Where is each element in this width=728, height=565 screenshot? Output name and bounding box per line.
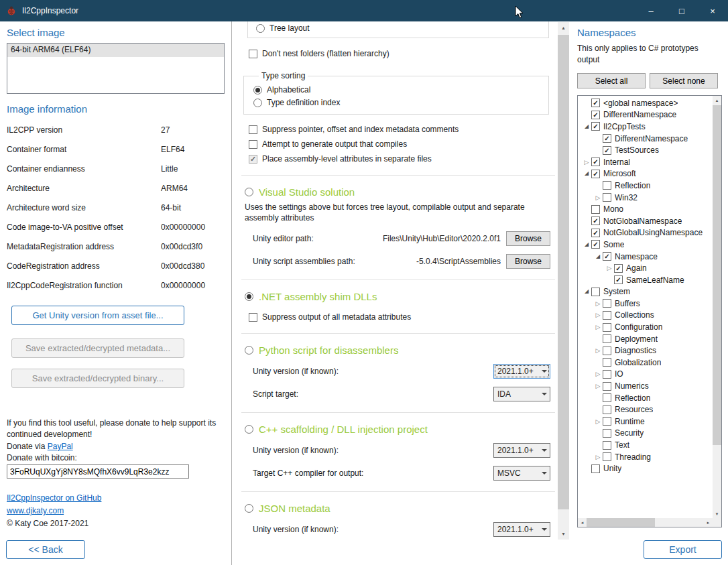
namespace-checkbox[interactable]: [603, 193, 611, 202]
export-button[interactable]: Export: [644, 540, 722, 559]
tree-item[interactable]: ▷ Threading: [578, 451, 713, 463]
suppress-comments-checkbox[interactable]: Suppress pointer, offset and index metad…: [249, 124, 558, 135]
image-list-item[interactable]: 64-bit ARM64 (ELF64): [7, 44, 224, 57]
expander-expanded-icon[interactable]: ◢: [582, 122, 591, 131]
maximize-button[interactable]: □: [666, 0, 697, 21]
expander-collapsed-icon[interactable]: ▷: [593, 381, 603, 391]
expander-collapsed-icon[interactable]: ▷: [593, 417, 603, 426]
tree-item[interactable]: ▷ Buffers: [578, 298, 713, 310]
python-script-radio[interactable]: Python script for disassemblers: [245, 344, 558, 356]
namespace-checkbox[interactable]: ✓: [603, 146, 611, 155]
expander-collapsed-icon[interactable]: ▷: [593, 452, 603, 462]
expander-collapsed-icon[interactable]: ▷: [593, 322, 603, 332]
namespace-checkbox[interactable]: [603, 417, 611, 426]
scrollbar-track[interactable]: [713, 105, 721, 509]
tree-item[interactable]: ◢ ✓ Some: [578, 239, 713, 251]
scrollbar-track[interactable]: [558, 34, 569, 528]
namespace-checkbox[interactable]: ✓: [614, 264, 623, 273]
vs-solution-radio[interactable]: Visual Studio solution: [245, 186, 558, 198]
namespace-checkbox[interactable]: [603, 441, 611, 450]
namespace-checkbox[interactable]: [603, 323, 611, 332]
namespace-checkbox[interactable]: [603, 181, 611, 190]
bitcoin-address-input[interactable]: [7, 464, 189, 479]
namespace-checkbox[interactable]: [603, 429, 611, 438]
namespace-checkbox[interactable]: ✓: [591, 99, 600, 107]
tree-item[interactable]: Resources: [578, 403, 713, 416]
namespace-checkbox[interactable]: [603, 370, 611, 379]
namespace-checkbox[interactable]: [603, 347, 611, 355]
expander-expanded-icon[interactable]: ◢: [593, 252, 603, 261]
tree-item[interactable]: ▷ IO: [578, 369, 713, 381]
tree-item[interactable]: ✓ TestSources: [578, 144, 713, 156]
paypal-link[interactable]: PayPal: [48, 442, 73, 451]
tree-item[interactable]: ✓ NotGlobalUsingNamespace: [578, 227, 713, 239]
tree-item[interactable]: Reflection: [578, 392, 713, 404]
expander-collapsed-icon[interactable]: ▷: [582, 158, 591, 167]
namespace-checkbox[interactable]: ✓: [591, 170, 600, 178]
tree-horizontal-scrollbar[interactable]: ◄ ►: [578, 518, 713, 527]
select-all-button[interactable]: Select all: [577, 73, 646, 88]
tree-item[interactable]: ▷ Win32: [578, 192, 713, 204]
namespace-checkbox[interactable]: [603, 452, 611, 461]
expander-expanded-icon[interactable]: ◢: [582, 240, 591, 249]
tree-item[interactable]: ◢ ✓ Namespace: [578, 251, 713, 263]
github-link[interactable]: Il2CppInspector on GitHub: [7, 493, 101, 503]
tree-vertical-scrollbar[interactable]: ▲ ▼: [713, 96, 721, 518]
script-assemblies-path-value[interactable]: -5.0.4\ScriptAssemblies: [355, 257, 501, 266]
tree-item[interactable]: ◢ ✓ Il2CppTests: [578, 121, 713, 133]
namespace-checkbox[interactable]: ✓: [591, 111, 600, 119]
scrollbar-track[interactable]: [587, 518, 704, 527]
tree-layout-radio[interactable]: Tree layout: [256, 23, 548, 34]
namespace-checkbox[interactable]: [603, 334, 611, 343]
tree-item[interactable]: ✓ DifferentNamespace: [578, 133, 713, 145]
attempt-compile-checkbox[interactable]: Attempt to generate output that compiles: [249, 139, 558, 149]
tree-item[interactable]: ✓ SameLeafName: [578, 274, 713, 286]
minimize-button[interactable]: –: [635, 0, 666, 21]
scroll-right-icon[interactable]: ►: [704, 518, 713, 527]
namespace-checkbox[interactable]: [603, 393, 611, 402]
tree-item[interactable]: ▷ Runtime: [578, 416, 713, 428]
namespace-checkbox[interactable]: ✓: [591, 158, 600, 166]
namespace-checkbox[interactable]: ✓: [591, 229, 600, 237]
back-button[interactable]: << Back: [6, 540, 85, 559]
namespace-checkbox[interactable]: [603, 311, 611, 320]
expander-collapsed-icon[interactable]: ▷: [605, 263, 614, 273]
scroll-up-icon[interactable]: ▲: [713, 96, 721, 105]
scroll-down-icon[interactable]: ▼: [558, 528, 569, 540]
namespace-checkbox[interactable]: [603, 405, 611, 414]
scroll-down-icon[interactable]: ▼: [713, 509, 721, 518]
json-metadata-radio[interactable]: JSON metadata: [245, 503, 558, 514]
namespace-checkbox[interactable]: ✓: [591, 122, 600, 131]
tree-item[interactable]: Globalization: [578, 357, 713, 369]
scrollbar-thumb[interactable]: [713, 105, 721, 445]
tree-item[interactable]: Unity: [578, 462, 713, 475]
unity-editor-path-value[interactable]: Files\Unity\Hub\Editor\2020.2.0f1: [314, 234, 501, 243]
tree-item[interactable]: ▷ ✓ Again: [578, 262, 713, 274]
alphabetical-radio[interactable]: Alphabetical: [253, 84, 548, 95]
cpp-compiler-select[interactable]: MSVC: [493, 466, 550, 481]
tree-item[interactable]: Reflection: [578, 180, 713, 192]
expander-expanded-icon[interactable]: ◢: [582, 169, 591, 178]
tree-item[interactable]: ✓ <global namespace>: [578, 97, 713, 109]
website-link[interactable]: www.djkaty.com: [7, 506, 64, 515]
flatten-hierarchy-checkbox[interactable]: Don't nest folders (flatten hierarchy): [249, 48, 558, 59]
image-listbox[interactable]: 64-bit ARM64 (ELF64): [7, 43, 225, 94]
tree-item[interactable]: ◢ ✓ Microsoft: [578, 168, 713, 180]
tree-item[interactable]: ✓ DifferentNamespace: [578, 109, 713, 121]
tree-item[interactable]: ▷ Configuration: [578, 321, 713, 333]
suppress-metadata-attributes-checkbox[interactable]: Suppress output of all metadata attribut…: [249, 312, 558, 322]
script-target-select[interactable]: IDA: [493, 387, 550, 401]
select-none-button[interactable]: Select none: [650, 73, 718, 88]
scrollbar-thumb[interactable]: [587, 518, 655, 527]
json-unity-version-select[interactable]: 2021.1.0+: [493, 522, 550, 537]
scroll-up-icon[interactable]: ▲: [558, 22, 569, 34]
separate-attributes-checkbox[interactable]: Place assembly-level attributes in separ…: [249, 153, 558, 164]
close-button[interactable]: ×: [697, 0, 728, 21]
shim-dlls-radio[interactable]: .NET assembly shim DLLs: [245, 291, 558, 302]
type-definition-index-radio[interactable]: Type definition index: [253, 97, 548, 108]
scrollbar-thumb[interactable]: [558, 35, 569, 509]
namespace-checkbox[interactable]: [603, 299, 611, 308]
namespace-checkbox[interactable]: [603, 358, 611, 367]
namespace-checkbox[interactable]: [591, 288, 600, 296]
tree-item[interactable]: ◢ System: [578, 286, 713, 298]
